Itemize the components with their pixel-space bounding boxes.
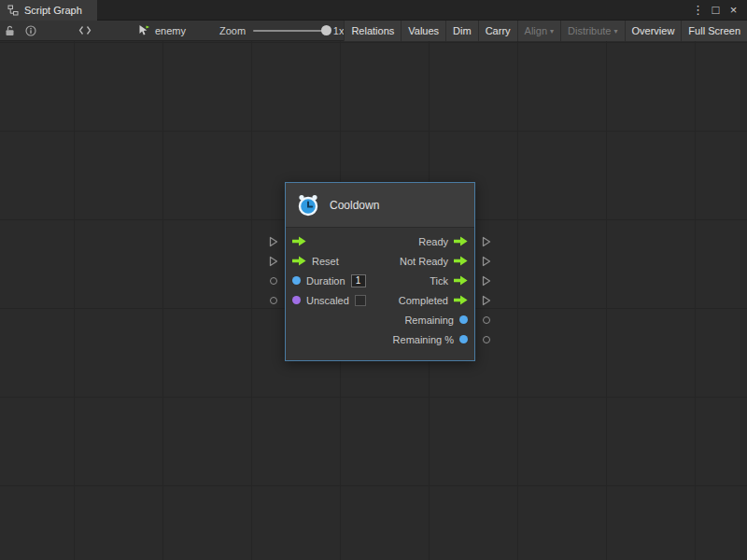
port-label: Unscaled bbox=[306, 295, 349, 306]
port-label: Ready bbox=[418, 236, 448, 247]
toolbar-button-label: Full Screen bbox=[688, 25, 740, 36]
flow-port-icon bbox=[292, 256, 306, 266]
tab-title: Script Graph bbox=[24, 5, 82, 16]
output-connector-remaining[interactable] bbox=[480, 310, 493, 329]
output-connector-completed[interactable] bbox=[480, 290, 493, 310]
input-connector-reset[interactable] bbox=[267, 251, 280, 271]
value-connector-icon bbox=[270, 277, 277, 285]
duration-field[interactable] bbox=[351, 274, 366, 287]
info-icon bbox=[25, 25, 36, 36]
flow-connector-icon bbox=[482, 256, 491, 267]
toolbar-button-align[interactable]: Align▾ bbox=[517, 21, 560, 41]
code-icon bbox=[78, 25, 92, 35]
toolbar-button-carry[interactable]: Carry bbox=[478, 21, 517, 41]
input-port-duration[interactable]: Duration bbox=[292, 274, 366, 287]
node-port-rows: ReadyResetNot ReadyDurationTickUnscaledC… bbox=[286, 228, 474, 360]
alarm-clock-icon bbox=[296, 193, 320, 217]
output-port-completed[interactable]: Completed bbox=[399, 295, 468, 306]
close-icon[interactable]: × bbox=[726, 0, 741, 21]
graph-pointer-icon bbox=[138, 24, 150, 36]
flow-connector-icon bbox=[482, 275, 491, 287]
flow-connector-icon bbox=[269, 236, 278, 247]
tab-script-graph[interactable]: Script Graph bbox=[0, 0, 97, 21]
script-graph-icon bbox=[7, 5, 19, 16]
toolbar-button-dim[interactable]: Dim bbox=[445, 21, 478, 41]
port-label: Duration bbox=[306, 275, 345, 287]
menu-icon[interactable]: ⋮ bbox=[690, 0, 706, 21]
zoom-slider[interactable] bbox=[253, 21, 327, 41]
flow-port-icon bbox=[454, 256, 468, 266]
toolbar-button-label: Distribute bbox=[568, 25, 611, 36]
toolbar-button-values[interactable]: Values bbox=[401, 21, 445, 41]
unscaled-checkbox[interactable] bbox=[355, 295, 366, 306]
zoom-value: 1x bbox=[333, 25, 345, 36]
empty-connector-slot bbox=[267, 329, 280, 349]
graph-target-label: enemy bbox=[155, 25, 186, 36]
toolbar-button-label: Values bbox=[408, 25, 439, 36]
value-connector-icon bbox=[483, 336, 490, 343]
input-port-unscaled[interactable]: Unscaled bbox=[292, 295, 366, 306]
graph-canvas[interactable]: Cooldown ReadyResetNot ReadyDurationTick… bbox=[0, 41, 747, 560]
dropdown-caret-icon: ▾ bbox=[614, 27, 618, 35]
port-label: Reset bbox=[312, 256, 339, 267]
code-view-button[interactable] bbox=[75, 21, 95, 41]
value-port-icon bbox=[292, 296, 301, 304]
node-header[interactable]: Cooldown bbox=[286, 183, 474, 228]
value-connector-icon bbox=[270, 297, 277, 304]
output-port-remaining[interactable]: Remaining % bbox=[393, 334, 468, 345]
port-row: Ready bbox=[286, 231, 474, 251]
window-titlebar: Script Graph ⋮ □ × bbox=[0, 0, 747, 21]
input-port-reset[interactable]: Reset bbox=[292, 256, 339, 267]
lock-button[interactable] bbox=[0, 21, 21, 41]
flow-port-icon bbox=[454, 275, 468, 286]
port-label: Not Ready bbox=[400, 256, 448, 267]
port-row: ResetNot Ready bbox=[286, 251, 474, 271]
zoom-slider-handle[interactable] bbox=[321, 25, 331, 35]
output-port-not-ready[interactable]: Not Ready bbox=[400, 256, 468, 267]
toolbar-button-label: Overview bbox=[632, 25, 675, 36]
input-connector-duration[interactable] bbox=[267, 271, 280, 290]
port-row: UnscaledCompleted bbox=[286, 290, 474, 310]
info-button[interactable] bbox=[21, 21, 41, 41]
flow-connector-icon bbox=[482, 236, 491, 247]
toolbar-button-label: Carry bbox=[486, 25, 511, 36]
output-connector-tick[interactable] bbox=[480, 271, 493, 290]
maximize-icon[interactable]: □ bbox=[708, 0, 724, 21]
output-connector-ready[interactable] bbox=[480, 231, 493, 251]
value-connector-icon bbox=[483, 316, 490, 324]
flow-connector-icon bbox=[482, 295, 491, 306]
output-connectors bbox=[480, 231, 493, 349]
flow-connector-icon bbox=[269, 256, 278, 267]
toolbar-button-label: Align bbox=[525, 25, 547, 36]
toolbar-button-distribute[interactable]: Distribute▾ bbox=[560, 21, 624, 41]
cooldown-node[interactable]: Cooldown ReadyResetNot ReadyDurationTick… bbox=[285, 182, 475, 361]
zoom-slider-track[interactable] bbox=[253, 30, 327, 32]
node-title: Cooldown bbox=[330, 199, 379, 212]
graph-target[interactable]: enemy bbox=[138, 24, 186, 36]
output-port-remaining[interactable]: Remaining bbox=[404, 315, 468, 326]
port-label: Completed bbox=[399, 295, 448, 306]
output-port-tick[interactable]: Tick bbox=[430, 275, 468, 287]
toolbar-button-label: Relations bbox=[351, 25, 394, 36]
flow-port-icon bbox=[454, 236, 468, 246]
input-connector-unscaled[interactable] bbox=[267, 290, 280, 310]
value-port-icon bbox=[459, 315, 468, 324]
toolbar-button-relations[interactable]: Relations bbox=[344, 21, 401, 41]
zoom-label: Zoom bbox=[219, 25, 246, 36]
output-connector-remaining[interactable] bbox=[480, 329, 493, 349]
input-connector-flow[interactable] bbox=[267, 231, 280, 251]
port-row: Remaining % bbox=[286, 329, 474, 349]
toolbar-button-overview[interactable]: Overview bbox=[625, 21, 682, 41]
dropdown-caret-icon: ▾ bbox=[550, 27, 554, 35]
input-port-flow[interactable] bbox=[292, 236, 306, 246]
input-connectors bbox=[267, 231, 280, 349]
output-connector-not-ready[interactable] bbox=[480, 251, 493, 271]
port-label: Remaining % bbox=[393, 334, 454, 345]
flow-port-icon bbox=[454, 295, 468, 305]
empty-connector-slot bbox=[267, 310, 280, 329]
value-port-icon bbox=[459, 335, 468, 343]
output-port-ready[interactable]: Ready bbox=[418, 236, 468, 247]
toolbar-button-full-screen[interactable]: Full Screen bbox=[681, 21, 747, 41]
value-port-icon bbox=[292, 276, 301, 285]
flow-port-icon bbox=[292, 236, 306, 246]
